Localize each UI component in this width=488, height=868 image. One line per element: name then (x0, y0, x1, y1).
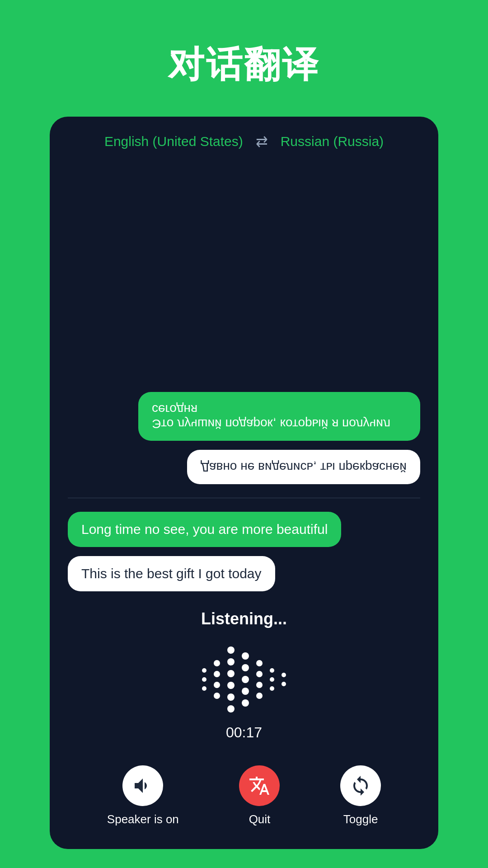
dot (282, 673, 286, 677)
speaker-control: Speaker is on (107, 765, 179, 826)
dot (256, 660, 263, 666)
dot (270, 686, 274, 691)
toggle-icon (350, 775, 371, 797)
wave-col-6 (270, 668, 274, 691)
dot (242, 664, 249, 671)
dot (227, 693, 235, 701)
source-language[interactable]: English (United States) (104, 134, 243, 149)
dot (242, 688, 249, 695)
target-language[interactable]: Russian (Russia) (281, 134, 384, 149)
toggle-label: Toggle (343, 812, 378, 826)
listening-status: Listening... (201, 609, 287, 628)
wave-col-2 (214, 660, 220, 699)
listening-section: Listening... (50, 600, 438, 756)
speaker-label: Speaker is on (107, 812, 179, 826)
upper-chat-area: Это лучший подарок, который я получил се… (50, 164, 438, 498)
swap-languages-icon[interactable]: ⇄ (256, 133, 268, 150)
quit-control: Quit (239, 765, 280, 826)
bubble-white: This is the best gift I got today (68, 556, 275, 591)
dot (256, 682, 263, 688)
bubble-green: Long time no see, you are more beautiful (68, 512, 341, 547)
dot (227, 705, 235, 712)
language-bar: English (United States) ⇄ Russian (Russi… (50, 117, 438, 164)
translate-icon (249, 775, 270, 797)
main-card: English (United States) ⇄ Russian (Russi… (50, 117, 438, 849)
dot (227, 646, 235, 654)
toggle-button[interactable] (340, 765, 381, 806)
dot (202, 686, 206, 691)
speaker-button[interactable] (122, 765, 163, 806)
dot (227, 670, 235, 677)
wave-col-1 (202, 668, 206, 691)
wave-col-7 (282, 673, 286, 686)
waveform (188, 642, 300, 717)
dot (242, 699, 249, 707)
wave-col-5 (256, 660, 263, 699)
dot (214, 693, 220, 699)
quit-label: Quit (249, 812, 271, 826)
dot (214, 660, 220, 666)
quit-button[interactable] (239, 765, 280, 806)
dot (242, 676, 249, 683)
lower-chat-area: Long time no see, you are more beautiful… (50, 498, 438, 600)
flipped-bubble-green: Это лучший подарок, который я получил се… (138, 392, 420, 441)
dot (242, 652, 249, 660)
dot (227, 682, 235, 689)
dot (256, 693, 263, 699)
bottom-controls: Speaker is on Quit Toggle (50, 756, 438, 849)
dot (227, 658, 235, 665)
dot (202, 677, 206, 682)
dot (256, 671, 263, 677)
dot (202, 668, 206, 673)
speaker-icon (132, 775, 154, 797)
dot (214, 671, 220, 677)
wave-col-3 (227, 646, 235, 712)
dot (270, 677, 274, 682)
dot (282, 682, 286, 686)
recording-timer: 00:17 (226, 724, 262, 741)
toggle-control: Toggle (340, 765, 381, 826)
flipped-bubble-white: Давно не виделись, ты прекрасней (187, 450, 420, 484)
dot (214, 682, 220, 688)
dot (270, 668, 274, 673)
page-title: 对话翻译 (168, 41, 320, 90)
wave-col-4 (242, 652, 249, 707)
